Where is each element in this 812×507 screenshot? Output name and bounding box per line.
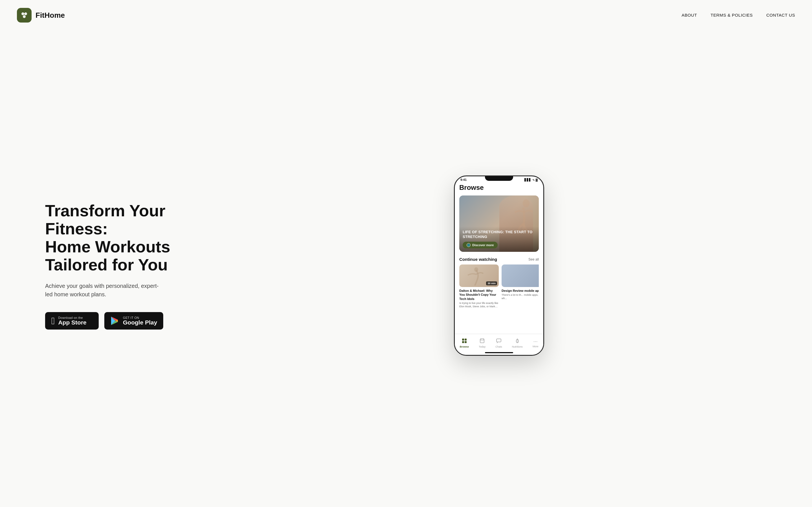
nav-item-about[interactable]: ABOUT <box>682 13 697 18</box>
video-card-1: 30 min Dalton & Michael: Why You Shouldn… <box>459 265 499 308</box>
svg-point-1 <box>24 12 27 15</box>
nav-links: ABOUT TERMS & POLICIES CONTACT US <box>682 13 795 18</box>
video-card-desc-1: Is trying to live your life exactly like… <box>459 302 499 308</box>
chats-nav-icon <box>496 338 501 345</box>
more-nav-icon: ··· <box>534 339 538 344</box>
discover-globe-icon: 🌐 <box>467 243 470 247</box>
hero-title-line1: Transform Your Fitness: <box>45 202 165 238</box>
nav-item-terms[interactable]: TERMS & POLICIES <box>711 13 753 18</box>
hero-card-title: LIFE OF STRETCHING: THE START TO STRETCH… <box>463 230 536 239</box>
phone-time: 9:41 <box>460 178 467 181</box>
phone-status-right: ▋▋▋ ∿ ▓ <box>524 178 538 181</box>
continue-watching-header: Continue watching See all <box>459 257 539 262</box>
svg-rect-11 <box>465 339 467 341</box>
nav-link-terms[interactable]: TERMS & POLICIES <box>711 13 753 17</box>
svg-rect-10 <box>462 339 464 341</box>
today-nav-icon <box>479 338 485 345</box>
video-thumb-2 <box>502 265 539 287</box>
svg-point-8 <box>523 200 529 207</box>
google-play-label-top: GET IT ON <box>123 316 157 320</box>
nutritions-nav-icon <box>515 338 520 345</box>
logo-icon <box>17 8 32 22</box>
browse-title: Browse <box>459 184 539 191</box>
bottom-nav-browse[interactable]: Browse <box>460 338 469 348</box>
app-store-button[interactable]:  Download on the App Store <box>45 312 99 330</box>
google-play-text: GET IT ON Google Play <box>123 316 157 325</box>
bottom-nav-chats[interactable]: Chats <box>495 338 502 348</box>
bottom-nav-nutritions[interactable]: Nutritions <box>512 338 523 348</box>
more-nav-label: More <box>532 345 539 348</box>
logo-area: FitHome <box>17 8 65 22</box>
navbar: FitHome ABOUT TERMS & POLICIES CONTACT U… <box>0 0 812 31</box>
hero-right: 9:41 ▋▋▋ ∿ ▓ Browse <box>203 175 795 356</box>
svg-rect-12 <box>462 341 464 343</box>
bottom-nav-today[interactable]: Today <box>479 338 486 348</box>
phone-content: Browse <box>455 181 543 351</box>
hero-section: Transform Your Fitness: Home Workouts Ta… <box>0 31 812 506</box>
discover-more-button[interactable]: 🌐 Discover more <box>463 242 498 248</box>
nav-link-contact[interactable]: CONTACT US <box>766 13 795 17</box>
chats-nav-label: Chats <box>495 345 502 348</box>
hero-card-overlay: LIFE OF STRETCHING: THE START TO STRETCH… <box>459 226 539 252</box>
google-play-button[interactable]: GET IT ON Google Play <box>104 312 163 330</box>
video-thumb-1: 30 min <box>459 265 499 287</box>
apple-icon:  <box>51 316 55 326</box>
google-play-label-bottom: Google Play <box>123 320 157 325</box>
signal-icon: ▋▋▋ <box>524 178 531 181</box>
video-card-title-2: Design Review mobile app <box>502 289 539 293</box>
browse-nav-icon <box>462 338 467 345</box>
video-cards-row: 30 min Dalton & Michael: Why You Shouldn… <box>459 265 539 308</box>
hero-card: LIFE OF STRETCHING: THE START TO STRETCH… <box>459 195 539 252</box>
hero-title-line2: Home Workouts <box>45 237 170 256</box>
video-card-title-1: Dalton & Michael: Why You Shouldn't Copy… <box>459 289 499 301</box>
google-play-icon <box>110 316 119 325</box>
hero-title-line3: Tailored for You <box>45 256 168 274</box>
app-store-text: Download on the App Store <box>58 316 86 325</box>
app-store-label-top: Download on the <box>58 316 86 320</box>
battery-icon: ▓ <box>536 178 538 181</box>
today-nav-label: Today <box>479 345 486 348</box>
logo-svg <box>20 11 29 19</box>
logo-text: FitHome <box>36 11 65 20</box>
bottom-nav: Browse Today <box>455 334 543 355</box>
nav-link-about[interactable]: ABOUT <box>682 13 697 17</box>
store-buttons:  Download on the App Store <box>45 312 203 330</box>
phone-notch <box>485 176 513 181</box>
wifi-icon: ∿ <box>532 178 535 181</box>
svg-point-0 <box>21 12 24 15</box>
discover-btn-label: Discover more <box>472 243 494 247</box>
nav-item-contact[interactable]: CONTACT US <box>766 13 795 18</box>
nutritions-nav-label: Nutritions <box>512 345 523 348</box>
phone-frame: 9:41 ▋▋▋ ∿ ▓ Browse <box>454 175 544 356</box>
app-store-label-bottom: App Store <box>58 320 86 325</box>
hero-title: Transform Your Fitness: Home Workouts Ta… <box>45 202 203 274</box>
video-card-2: Design Review mobile app There's a lot t… <box>502 265 539 308</box>
video-duration-1: 30 min <box>486 281 497 285</box>
continue-watching-title: Continue watching <box>459 257 497 262</box>
svg-rect-14 <box>480 339 484 343</box>
hero-subtitle: Achieve your goals with personalized, ex… <box>45 282 163 298</box>
svg-point-2 <box>23 15 26 18</box>
browse-nav-label: Browse <box>460 345 469 348</box>
svg-rect-18 <box>497 339 501 342</box>
svg-rect-13 <box>465 341 467 343</box>
see-all-link[interactable]: See all <box>528 258 539 262</box>
svg-point-9 <box>474 267 478 272</box>
hero-left: Transform Your Fitness: Home Workouts Ta… <box>45 202 203 329</box>
video-card-desc-2: There's a lot to th... mobile apps, wh..… <box>502 293 539 300</box>
bottom-nav-more[interactable]: ··· More <box>532 339 539 348</box>
home-indicator <box>485 352 513 353</box>
